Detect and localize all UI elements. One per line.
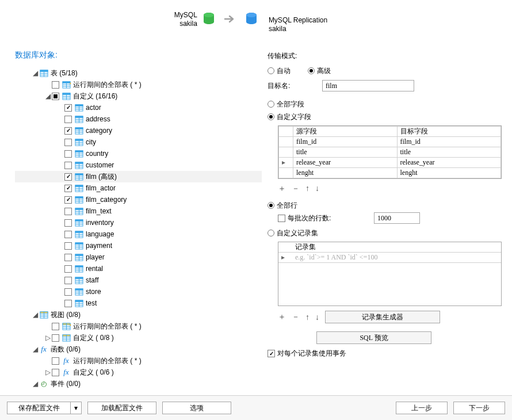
fields-custom-radio[interactable] — [268, 113, 274, 120]
tree-row[interactable]: country — [15, 148, 262, 159]
tree-checkbox[interactable] — [64, 231, 72, 238]
field-row[interactable]: film_idfilm_id — [279, 137, 501, 147]
tree-checkbox[interactable] — [64, 185, 72, 192]
prev-button[interactable]: 上一步 — [396, 402, 448, 414]
expand-icon[interactable]: ◢ — [31, 380, 39, 388]
tree-checkbox[interactable] — [64, 173, 72, 181]
expand-icon[interactable]: ◢ — [31, 311, 39, 319]
move-down-icon[interactable]: ↓ — [315, 312, 319, 322]
tree-checkbox[interactable] — [64, 277, 72, 284]
tree-checkbox[interactable] — [64, 300, 72, 307]
tree-checkbox[interactable] — [64, 150, 72, 158]
expand-icon[interactable]: ▷ — [44, 334, 52, 342]
field-row[interactable]: ▸release_yearrelease_year — [279, 158, 501, 168]
save-profile-button[interactable]: 保存配置文件 — [7, 402, 71, 414]
tree-checkbox[interactable] — [52, 369, 59, 376]
table-star-icon: ★ — [62, 80, 71, 89]
tree-row[interactable]: ◢◴事件 (0/0) — [15, 378, 262, 390]
tree-row[interactable]: film_actor — [15, 182, 262, 194]
tree-row[interactable]: player — [15, 251, 262, 263]
tree-row[interactable]: fx运行期间的全部表 ( * ) — [15, 355, 262, 366]
rows-custom-label: 自定义记录集 — [277, 228, 318, 238]
tree-checkbox[interactable] — [64, 288, 72, 296]
tree-checkbox[interactable] — [64, 219, 72, 227]
field-row[interactable]: lenghtlenght — [279, 168, 501, 178]
tree-row[interactable]: actor — [15, 102, 262, 113]
tree-row[interactable]: customer — [15, 159, 262, 171]
tree-row[interactable]: ◢fx函数 (0/6) — [15, 343, 262, 355]
tree-row[interactable]: city — [15, 136, 262, 148]
tree-checkbox[interactable] — [64, 208, 72, 215]
tree-label: film (高级) — [86, 172, 117, 182]
tree-row[interactable]: ▷自定义 ( 0/8 ) — [15, 332, 262, 343]
tree-checkbox[interactable] — [64, 116, 72, 123]
recordset-table[interactable]: 记录集 ▸e.g. `id`>= 1 AND `id` <=100 — [278, 242, 502, 306]
tree-checkbox[interactable] — [64, 265, 72, 273]
tree-row[interactable]: rental — [15, 263, 262, 274]
tree-checkbox[interactable] — [64, 242, 72, 250]
tree-row[interactable]: staff — [15, 274, 262, 286]
tree-row[interactable]: test — [15, 297, 262, 309]
table-icon — [74, 161, 83, 170]
tree-checkbox[interactable] — [52, 334, 59, 342]
tree-row[interactable]: language — [15, 228, 262, 240]
tree-checkbox[interactable] — [64, 127, 72, 135]
recordset-builder-button[interactable]: 记录集生成器 — [325, 311, 440, 323]
tree-checkbox[interactable] — [52, 357, 59, 365]
tree-row[interactable]: store — [15, 286, 262, 297]
tree-checkbox[interactable] — [52, 81, 59, 89]
tree-row[interactable]: payment — [15, 240, 262, 251]
save-profile-dropdown[interactable]: ▾ — [71, 402, 82, 414]
object-tree[interactable]: ◢表 (5/18)★运行期间的全部表 ( * )◢自定义 (16/16)acto… — [15, 67, 262, 395]
move-down-icon[interactable]: ↓ — [315, 184, 319, 194]
tree-checkbox[interactable] — [64, 162, 72, 169]
move-up-icon[interactable]: ↑ — [305, 184, 310, 194]
move-up-icon[interactable]: ↑ — [305, 312, 310, 322]
expand-icon[interactable]: ◢ — [31, 69, 39, 77]
options-button[interactable]: 选项 — [162, 402, 231, 414]
batch-size-input[interactable] — [374, 212, 420, 224]
expand-icon[interactable]: ▷ — [44, 368, 52, 376]
use-transaction-checkbox[interactable] — [268, 350, 275, 357]
tree-checkbox[interactable] — [52, 323, 59, 330]
transfer-auto-radio[interactable] — [268, 67, 274, 74]
add-icon[interactable]: ＋ — [278, 312, 286, 322]
footer: 保存配置文件 ▾ 加载配置文件 选项 上一步 下一步 — [0, 395, 512, 420]
remove-icon[interactable]: － — [292, 184, 300, 194]
tree-row[interactable]: film_text — [15, 205, 262, 217]
tree-row[interactable]: category — [15, 125, 262, 136]
target-name-input[interactable] — [322, 80, 414, 91]
add-icon[interactable]: ＋ — [278, 184, 286, 194]
tree-row[interactable]: ◢表 (5/18) — [15, 67, 262, 79]
fields-all-radio[interactable] — [268, 101, 274, 108]
expand-icon[interactable]: ◢ — [31, 345, 39, 353]
tree-label: rental — [86, 265, 103, 273]
sql-preview-button[interactable]: SQL 预览 — [316, 331, 431, 344]
tree-row[interactable]: ▷fx自定义 ( 0/6 ) — [15, 366, 262, 378]
remove-icon[interactable]: － — [292, 312, 300, 322]
rows-custom-radio[interactable] — [268, 230, 274, 236]
batch-checkbox[interactable] — [278, 215, 285, 222]
tree-row[interactable]: film (高级) — [15, 171, 262, 182]
tree-checkbox[interactable] — [64, 254, 72, 261]
tree-row[interactable]: address — [15, 113, 262, 125]
field-mapping-table[interactable]: 源字段目标字段film_idfilm_idtitletitle▸release_… — [278, 125, 502, 179]
next-button[interactable]: 下一步 — [453, 402, 505, 414]
tree-row[interactable]: ◢自定义 (16/16) — [15, 90, 262, 102]
tree-checkbox[interactable] — [64, 196, 72, 204]
tree-checkbox[interactable] — [64, 104, 72, 112]
tree-row[interactable]: inventory — [15, 217, 262, 228]
tree-row[interactable]: ◢视图 (0/8) — [15, 309, 262, 320]
tree-checkbox[interactable] — [52, 93, 59, 100]
rows-all-radio[interactable] — [268, 202, 274, 209]
tree-row[interactable]: ★运行期间的全部表 ( * ) — [15, 79, 262, 90]
expand-icon[interactable]: ◢ — [44, 92, 52, 100]
tree-row[interactable]: film_category — [15, 194, 262, 205]
tree-row[interactable]: ★运行期间的全部表 ( * ) — [15, 320, 262, 332]
field-row[interactable]: titletitle — [279, 147, 501, 158]
source-field-header: 源字段 — [293, 127, 398, 137]
load-profile-button[interactable]: 加载配置文件 — [87, 402, 156, 414]
recordset-placeholder[interactable]: e.g. `id`>= 1 AND `id` <=100 — [292, 253, 501, 263]
tree-checkbox[interactable] — [64, 139, 72, 146]
transfer-advanced-radio[interactable] — [308, 67, 315, 74]
